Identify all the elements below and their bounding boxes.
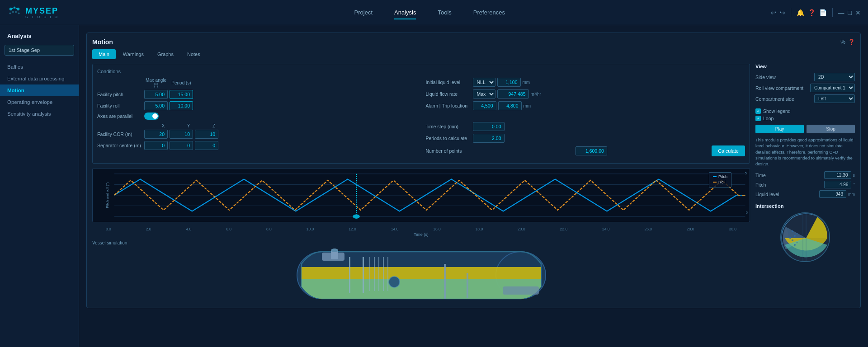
x-label-0: 0.0 bbox=[106, 227, 111, 231]
undo-icon[interactable]: ↩ bbox=[771, 9, 776, 16]
initial-liquid-dropdown[interactable]: NLL bbox=[473, 78, 495, 87]
nav-project[interactable]: Project bbox=[354, 7, 373, 18]
top-bar: MYSEP S T U D I O Project Analysis Tools… bbox=[0, 0, 868, 25]
close-icon[interactable]: ✕ bbox=[855, 9, 861, 16]
roll-legend-item: Roll bbox=[713, 180, 727, 184]
info-text: This module provides good approximations… bbox=[755, 137, 855, 167]
alarm-value[interactable]: 4,500 bbox=[473, 101, 496, 110]
trip-value[interactable]: 4,800 bbox=[498, 101, 522, 110]
side-view-select[interactable]: 2D bbox=[814, 73, 855, 81]
nav-analysis[interactable]: Analysis bbox=[394, 7, 416, 18]
loop-checkbox[interactable]: ✓ bbox=[755, 116, 761, 121]
motion-actions: % ❓ bbox=[840, 39, 855, 45]
nav-tools[interactable]: Tools bbox=[438, 7, 451, 18]
sidebar-item-external[interactable]: External data processing bbox=[0, 73, 79, 84]
divider-1 bbox=[791, 8, 791, 17]
chart-y-max: 5 bbox=[745, 171, 747, 175]
x-label-3: 6.0 bbox=[226, 227, 231, 231]
document-icon[interactable]: 📄 bbox=[819, 9, 827, 16]
facility-cor-x[interactable]: 20 bbox=[144, 130, 168, 139]
notification-icon[interactable]: 🔔 bbox=[797, 9, 804, 16]
help-icon[interactable]: ❓ bbox=[808, 9, 816, 16]
roll-legend-label: Roll bbox=[718, 180, 726, 184]
tab-notes[interactable]: Notes bbox=[181, 49, 207, 59]
time-step-value[interactable]: 0.00 bbox=[473, 122, 505, 131]
stop-button[interactable]: Stop bbox=[807, 125, 855, 133]
tab-graphs[interactable]: Graphs bbox=[151, 49, 180, 59]
compartment-side-select[interactable]: Left bbox=[814, 94, 855, 103]
axes-parallel-toggle[interactable] bbox=[144, 113, 159, 120]
xyz-x-label: X bbox=[151, 123, 175, 128]
time-step-label: Time step (min) bbox=[426, 124, 471, 129]
col-header-period: Period (s) bbox=[170, 80, 193, 85]
motion-content: Conditions Max angle (°) Period (s) bbox=[92, 64, 855, 302]
vessel-svg bbox=[295, 248, 548, 302]
num-points-value[interactable]: 1,600.00 bbox=[576, 146, 607, 155]
initial-liquid-label: Initial liquid level bbox=[426, 80, 471, 85]
x-axis-title: Time (s) bbox=[92, 232, 750, 237]
logo-text: MYSEP bbox=[25, 6, 59, 16]
liquid-level-stat-value: 943 bbox=[819, 190, 846, 198]
svg-point-7 bbox=[15, 11, 17, 13]
svg-point-42 bbox=[797, 242, 798, 244]
tab-warnings[interactable]: Warnings bbox=[117, 49, 150, 59]
calculate-button[interactable]: Calculate bbox=[712, 145, 745, 156]
motion-main: Conditions Max angle (°) Period (s) bbox=[92, 64, 750, 302]
sidebar-item-operating[interactable]: Operating envelope bbox=[0, 96, 79, 108]
sidebar-item-motion[interactable]: Motion bbox=[0, 84, 79, 96]
top-nav: Project Analysis Tools Preferences bbox=[89, 7, 771, 18]
facility-cor-y[interactable]: 10 bbox=[170, 130, 193, 139]
separator-centre-z[interactable]: 0 bbox=[195, 141, 218, 150]
play-button[interactable]: Play bbox=[755, 125, 804, 133]
compartment-side-label: Compartment side bbox=[755, 96, 794, 102]
facility-cor-z[interactable]: 10 bbox=[195, 130, 218, 139]
periods-label: Periods to calculate bbox=[426, 136, 471, 141]
svg-point-30 bbox=[331, 249, 338, 252]
axes-parallel-label: Axes are parallel bbox=[97, 113, 142, 119]
x-axis-labels: 0.0 2.0 4.0 6.0 8.0 10.0 12.0 14.0 16.0 … bbox=[92, 226, 750, 231]
percent-icon[interactable]: % bbox=[840, 39, 845, 45]
minimize-icon[interactable]: — bbox=[838, 9, 844, 16]
show-legend-checkbox[interactable]: ✓ bbox=[755, 108, 761, 114]
roll-view-row: Roll view compartment Compartment 1 bbox=[755, 84, 855, 92]
facility-roll-period-input[interactable]: 10.00 bbox=[170, 101, 193, 110]
x-label-11: 22.0 bbox=[560, 227, 568, 231]
nav-preferences[interactable]: Preferences bbox=[473, 7, 505, 18]
time-stat-value: 12.30 bbox=[824, 171, 851, 179]
stage-dropdown[interactable]: 1st Stage Sep bbox=[5, 45, 74, 56]
redo-icon[interactable]: ↪ bbox=[780, 9, 785, 16]
facility-pitch-label: Facility pitch bbox=[97, 92, 142, 97]
facility-pitch-period-input[interactable]: 15.00 bbox=[170, 90, 193, 99]
facility-pitch-row: Facility pitch 5.00 15.00 bbox=[97, 90, 417, 99]
initial-liquid-value[interactable]: 1,100 bbox=[497, 78, 521, 87]
sidebar-item-sensitivity[interactable]: Sensitivity analysis bbox=[0, 108, 79, 120]
roll-view-select[interactable]: Compartment 1 bbox=[810, 84, 855, 92]
time-stat-label: Time bbox=[755, 173, 766, 178]
x-label-1: 2.0 bbox=[146, 227, 151, 231]
divider-2 bbox=[832, 8, 833, 17]
svg-rect-23 bbox=[369, 257, 370, 291]
svg-rect-32 bbox=[467, 273, 468, 298]
maximize-icon[interactable]: □ bbox=[848, 9, 852, 16]
periods-value[interactable]: 2.00 bbox=[473, 134, 505, 143]
liquid-flow-dropdown[interactable]: Max bbox=[473, 89, 495, 98]
view-title: View bbox=[755, 64, 855, 69]
sidebar-item-baffles[interactable]: Baffles bbox=[0, 61, 79, 73]
x-label-8: 16.0 bbox=[433, 227, 441, 231]
liquid-flow-unit: m³/hr bbox=[531, 92, 541, 97]
pitch-stat-value: 4.96 bbox=[824, 181, 851, 188]
facility-roll-max-input[interactable]: 5.00 bbox=[144, 101, 168, 110]
separator-centre-y[interactable]: 0 bbox=[170, 141, 193, 150]
axes-parallel-row: Axes are parallel bbox=[97, 113, 417, 120]
liquid-flow-row: Liquid flow rate Max 947.485 m³/hr bbox=[426, 89, 745, 98]
x-label-5: 10.0 bbox=[307, 227, 314, 231]
svg-rect-25 bbox=[378, 257, 379, 291]
separator-centre-x[interactable]: 0 bbox=[144, 141, 168, 150]
tab-main[interactable]: Main bbox=[92, 49, 116, 59]
roll-legend-color bbox=[713, 182, 717, 183]
top-actions: ↩ ↪ 🔔 ❓ 📄 — □ ✕ bbox=[771, 8, 861, 17]
liquid-flow-value[interactable]: 947.485 bbox=[497, 89, 529, 98]
col-header-max-angle: Max angle (°) bbox=[144, 78, 168, 88]
facility-pitch-max-input[interactable]: 5.00 bbox=[144, 90, 168, 99]
motion-help-icon[interactable]: ❓ bbox=[848, 39, 855, 45]
